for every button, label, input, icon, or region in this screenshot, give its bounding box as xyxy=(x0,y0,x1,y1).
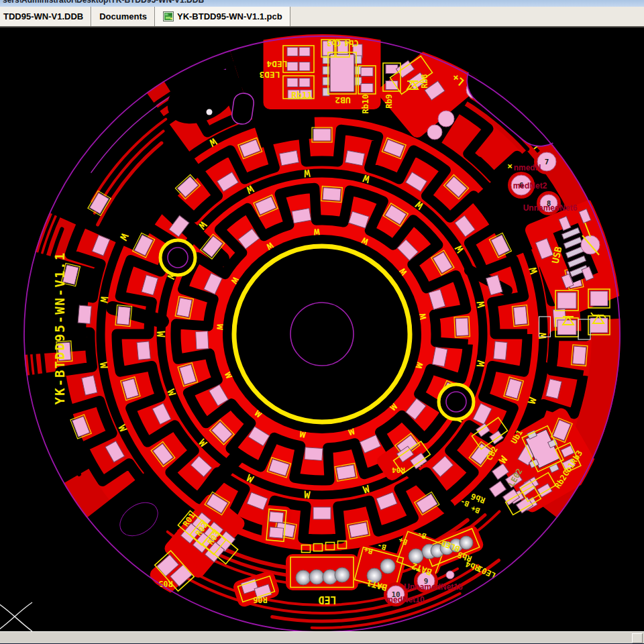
smd-pad xyxy=(514,307,527,325)
smd-pad[interactable] xyxy=(590,291,608,306)
pcb-label[interactable]: Cb4 xyxy=(344,38,359,48)
pcb-label[interactable]: UB2 xyxy=(335,95,350,105)
pcb-label[interactable]: YK-BTDD95-WN-V1.1 xyxy=(52,252,67,405)
pcb-layout-drawing[interactable]: WWWWWWWWWWWWWWWWWWWWWWWWWWWWWWWWWWWWWWWC… xyxy=(0,28,644,631)
smd-pad[interactable] xyxy=(299,62,310,71)
smd-pad[interactable] xyxy=(269,512,283,523)
pcb-label[interactable]: R04 xyxy=(392,466,405,474)
net-name-label: UnnamedNet15 xyxy=(404,582,463,592)
smd-pad[interactable] xyxy=(361,84,373,93)
smd-pad[interactable] xyxy=(557,320,576,335)
tab-label: Documents xyxy=(99,11,147,21)
document-tab-bar: TDD95-WN-V1.DDB Documents YK-BTDD95-WN-V… xyxy=(0,7,644,28)
round-pad[interactable] xyxy=(380,559,395,574)
net-name-label: medNet2 xyxy=(513,181,547,191)
smd-pad xyxy=(323,188,341,201)
silkscreen-w-mark: W xyxy=(537,332,549,339)
tab-documents[interactable]: Documents xyxy=(91,7,155,26)
center-cutout xyxy=(223,235,421,433)
net-name-label: UnnamedNet6 xyxy=(523,203,578,213)
smd-pad xyxy=(494,341,507,360)
smd-pad[interactable] xyxy=(590,318,608,333)
pcb-document-icon xyxy=(163,11,174,21)
smd-pad[interactable] xyxy=(299,48,310,56)
smd-pad[interactable] xyxy=(287,48,298,56)
pcb-board[interactable]: WWWWWWWWWWWWWWWWWWWWWWWWWWWWWWWWWWWWWWWC… xyxy=(23,28,631,631)
smd-pad[interactable] xyxy=(287,78,298,87)
round-pad[interactable] xyxy=(296,570,311,585)
smd-pad[interactable] xyxy=(361,68,373,76)
mounting-hole xyxy=(439,384,474,419)
tab-label: YK-BTDD95-WN-V1.1.pcb xyxy=(177,11,282,21)
smd-pad xyxy=(196,331,209,350)
pcb-label[interactable]: LED xyxy=(318,594,336,606)
smd-pad xyxy=(573,346,586,364)
smd-pad xyxy=(78,305,91,323)
smd-pad xyxy=(137,341,150,360)
pcb-label[interactable]: LED3 xyxy=(259,70,280,80)
smd-pad xyxy=(313,129,331,141)
round-pad[interactable] xyxy=(427,125,442,140)
smd-pad[interactable] xyxy=(386,81,398,90)
scrollbar-corner-button[interactable] xyxy=(632,633,643,643)
net-name-label: nmedN xyxy=(514,163,541,172)
smd-pad xyxy=(336,465,356,480)
round-pad[interactable] xyxy=(309,570,324,584)
smd-pad xyxy=(455,318,468,336)
round-pad[interactable] xyxy=(409,549,423,564)
pcb-editor-canvas[interactable]: WWWWWWWWWWWWWWWWWWWWWWWWWWWWWWWWWWWWWWWC… xyxy=(0,28,644,631)
pcb-label[interactable]: Rb11 xyxy=(291,90,312,100)
pcb-label[interactable]: R06 xyxy=(253,595,268,604)
smd-pad xyxy=(117,307,130,325)
smd-pad xyxy=(313,507,331,519)
ic-body-pad[interactable] xyxy=(330,54,354,92)
tab-ddb-document[interactable]: TDD95-WN-V1.DDB xyxy=(0,7,91,26)
smd-pad xyxy=(305,447,323,461)
pcb-label[interactable]: Cb3 xyxy=(327,38,341,48)
mounting-hole xyxy=(160,240,195,275)
titlebar-clipped-text: sers\Administrator\Desktop\YK-BTDD95-WN-… xyxy=(0,0,644,7)
smd-pad xyxy=(292,209,311,223)
pcb-label[interactable]: Rb8 xyxy=(420,74,429,89)
round-pad[interactable] xyxy=(335,568,350,582)
pcb-label[interactable]: Rb10 xyxy=(361,95,370,114)
tab-bar-empty-area xyxy=(290,7,644,26)
smd-pad[interactable] xyxy=(557,292,576,309)
tab-label: TDD95-WN-V1.DDB xyxy=(3,11,83,21)
smd-pad[interactable] xyxy=(299,78,310,87)
round-pad[interactable] xyxy=(446,571,454,579)
titlebar-path-fragment: sers\Administrator\Desktop\YK-BTDD95-WN-… xyxy=(3,0,204,5)
horizontal-scrollbar[interactable] xyxy=(0,631,644,643)
round-pad[interactable] xyxy=(438,111,454,127)
pcb-label[interactable]: LED4 xyxy=(266,59,287,69)
pcb-label[interactable]: 7 xyxy=(545,158,549,166)
pcb-label[interactable]: Rb9 xyxy=(384,94,394,109)
net-name-label: medNet10 xyxy=(386,595,425,604)
silkscreen-w-mark: W xyxy=(154,331,166,337)
smd-pad[interactable] xyxy=(287,62,298,71)
origin-crosshair-icon xyxy=(0,602,32,631)
smd-pad[interactable] xyxy=(269,527,283,539)
via-dot xyxy=(207,109,213,115)
round-pad[interactable] xyxy=(460,536,473,549)
tab-pcb-document[interactable]: YK-BTDD95-WN-V1.1.pcb xyxy=(155,7,290,26)
